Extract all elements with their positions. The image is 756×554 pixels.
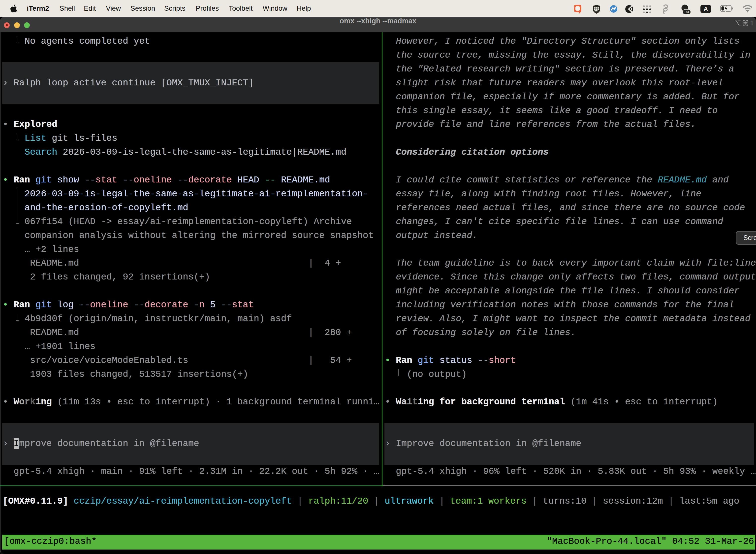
svg-text:..61: ..61 xyxy=(684,10,690,14)
svg-text:1: 1 xyxy=(750,19,754,27)
